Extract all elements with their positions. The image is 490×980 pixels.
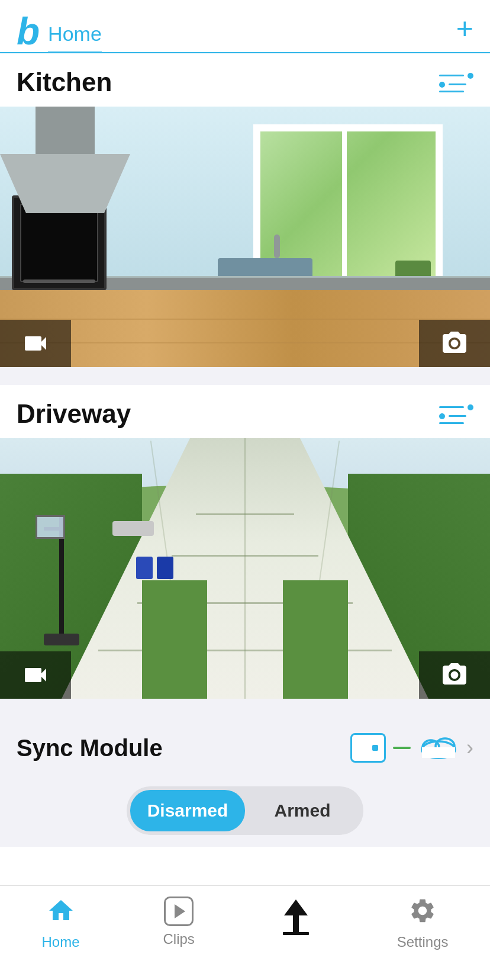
section-gap-2 — [0, 699, 490, 716]
kitchen-title: Kitchen — [17, 68, 112, 97]
bottom-navigation: Home Clips Settings — [0, 885, 490, 980]
settings-label: Settings — [397, 934, 449, 950]
sync-device-dot — [372, 745, 378, 751]
home-label: Home — [41, 934, 79, 950]
settings-line-3 — [439, 91, 464, 92]
sync-cloud-icon — [418, 731, 459, 765]
sync-status-icons[interactable]: › — [350, 731, 473, 765]
driveway-settings-line-3 — [439, 422, 464, 424]
sync-connector-line — [393, 747, 411, 749]
section-gap-1 — [0, 367, 490, 385]
header-tabs: Home — [48, 11, 456, 52]
disarmed-button[interactable]: Disarmed — [130, 790, 245, 831]
video-camera-icon-2 — [21, 661, 50, 689]
armed-button[interactable]: Armed — [245, 790, 360, 831]
home-svg — [46, 897, 76, 925]
kitchen-header: Kitchen — [0, 53, 490, 107]
svg-marker-5 — [284, 899, 308, 915]
home-icon — [46, 897, 76, 929]
nav-settings[interactable]: Settings — [397, 897, 449, 950]
kitchen-oven-door — [20, 204, 98, 282]
bin-right — [157, 557, 173, 579]
driveway-title: Driveway — [17, 399, 131, 429]
settings-line-1 — [439, 75, 464, 76]
hoop-backboard — [36, 515, 65, 539]
video-camera-icon — [21, 329, 50, 358]
nav-home[interactable]: Home — [41, 897, 79, 950]
sync-module-title: Sync Module — [17, 735, 163, 761]
kitchen-faucet — [274, 234, 280, 258]
driveway-settings-dot-2 — [439, 413, 445, 419]
kitchen-overlay — [0, 320, 490, 367]
kitchen-sink — [218, 258, 312, 276]
driveway-section: Driveway — [0, 385, 490, 699]
clips-icon — [164, 897, 194, 926]
kitchen-video-button[interactable] — [0, 320, 71, 367]
cloud-svg — [418, 731, 459, 760]
settings-dot-2 — [439, 82, 445, 88]
gear-svg — [408, 897, 437, 925]
driveway-header: Driveway — [0, 385, 490, 438]
kitchen-window-frame — [342, 124, 347, 290]
svg-rect-3 — [422, 747, 455, 758]
driveway-settings-dot-1 — [468, 404, 473, 410]
app-header: b Home + — [0, 0, 490, 53]
tab-home[interactable]: Home — [48, 23, 102, 53]
kitchen-settings-button[interactable] — [439, 73, 473, 92]
add-button[interactable]: + — [456, 14, 473, 43]
sync-device-icon — [350, 733, 386, 763]
arm-toggle-container: Disarmed Armed — [127, 786, 363, 835]
sync-chevron-icon[interactable]: › — [466, 735, 473, 760]
sync-module-section: Sync Module › — [0, 716, 490, 777]
kitchen-photo-button[interactable] — [419, 320, 490, 367]
arm-toggle-bar: Disarmed Armed — [0, 777, 490, 847]
clips-label: Clips — [163, 931, 194, 947]
settings-dot-1 — [468, 73, 473, 79]
driveway-overlay — [0, 651, 490, 699]
kitchen-exhaust — [36, 107, 95, 154]
nav-upload[interactable] — [278, 897, 314, 938]
svg-rect-6 — [283, 932, 309, 935]
upload-arrow-icon — [278, 897, 314, 938]
car-left — [112, 521, 154, 536]
nav-clips[interactable]: Clips — [163, 897, 194, 947]
driveway-settings-line-1 — [439, 406, 464, 408]
driveway-video-button[interactable] — [0, 651, 71, 699]
kitchen-oven-handle — [23, 279, 95, 283]
camera-icon — [440, 329, 469, 358]
settings-line-2 — [449, 83, 466, 85]
driveway-camera-feed[interactable] — [0, 438, 490, 699]
driveway-settings-button[interactable] — [439, 404, 473, 424]
app-logo: b — [17, 12, 40, 50]
svg-rect-4 — [293, 914, 299, 935]
camera-icon-2 — [440, 661, 469, 689]
driveway-photo-button[interactable] — [419, 651, 490, 699]
bin-left — [136, 557, 153, 579]
play-triangle-icon — [175, 904, 185, 918]
driveway-settings-line-2 — [449, 415, 466, 417]
settings-gear-icon — [408, 897, 437, 929]
kitchen-section: Kitchen — [0, 53, 490, 367]
hoop-base — [44, 634, 79, 645]
kitchen-camera-feed[interactable] — [0, 107, 490, 367]
